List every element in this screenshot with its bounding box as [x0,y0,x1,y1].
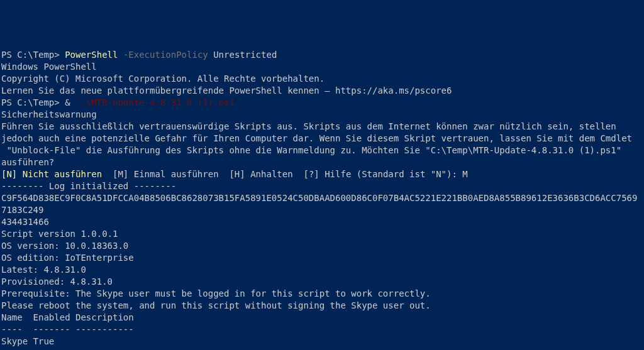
output-line: Please reboot the system, and run this s… [1,300,644,312]
prompt-line-2: PS C:\Temp> & '.\MTR-Update-4.8.31.0 (1)… [1,97,644,109]
output-line: Lernen Sie das neue plattformübergreifen… [1,85,644,97]
warning-text: ausführen? [1,156,644,168]
command-flag: -ExecutionPolicy [123,50,213,60]
table-row: Skype True [1,336,644,347]
command-arg: Unrestricted [213,50,277,60]
terminal-output[interactable]: PS C:\Temp> PowerShell -ExecutionPolicy … [1,49,644,347]
table-header: Name Enabled Description [1,312,644,324]
output-line: -------- Log initialized -------- [1,180,644,192]
warning-title: Sicherheitswarnung [1,109,644,121]
warning-text: "Unblock-File" die Ausführung des Skript… [1,145,644,156]
output-line: Windows PowerShell [1,61,644,73]
warning-text: Führen Sie ausschließlich vertrauenswürd… [1,121,644,133]
table-divider: ---- ------- ----------- [1,324,644,336]
output-line: OS version: 10.0.18363.0 [1,240,644,252]
output-line: C9F564D838EC9F0C8A51DFCCA04B8506BC862807… [1,192,644,204]
output-line: 434431466 [1,216,644,228]
output-line: Copyright (C) Microsoft Corporation. All… [1,73,644,85]
ps-prompt: PS C:\Temp> [1,97,65,107]
warning-text: jedoch auch eine potenzielle Gefahr für … [1,133,644,145]
output-line: OS edition: IoTEnterprise [1,252,644,264]
ps-prompt: PS C:\Temp> [1,50,65,60]
choice-default: [N] Nicht ausführen [1,169,102,179]
call-operator: & [65,97,75,107]
choice-options: [M] Einmal ausführen [H] Anhalten [?] Hi… [102,169,468,179]
prompt-choice-line: [N] Nicht ausführen [M] Einmal ausführen… [1,168,644,180]
output-line: Latest: 4.8.31.0 [1,264,644,276]
output-line: Script version 1.0.0.1 [1,228,644,240]
script-path: '.\MTR-Update-4.8.31.0 (1).ps1' [75,97,240,107]
prompt-line-1: PS C:\Temp> PowerShell -ExecutionPolicy … [1,49,644,61]
output-line: Provisioned: 4.8.31.0 [1,276,644,288]
command-name: PowerShell [65,50,123,60]
output-line: Prerequisite: The Skype user must be log… [1,288,644,300]
output-line: 7183C249 [1,204,644,216]
